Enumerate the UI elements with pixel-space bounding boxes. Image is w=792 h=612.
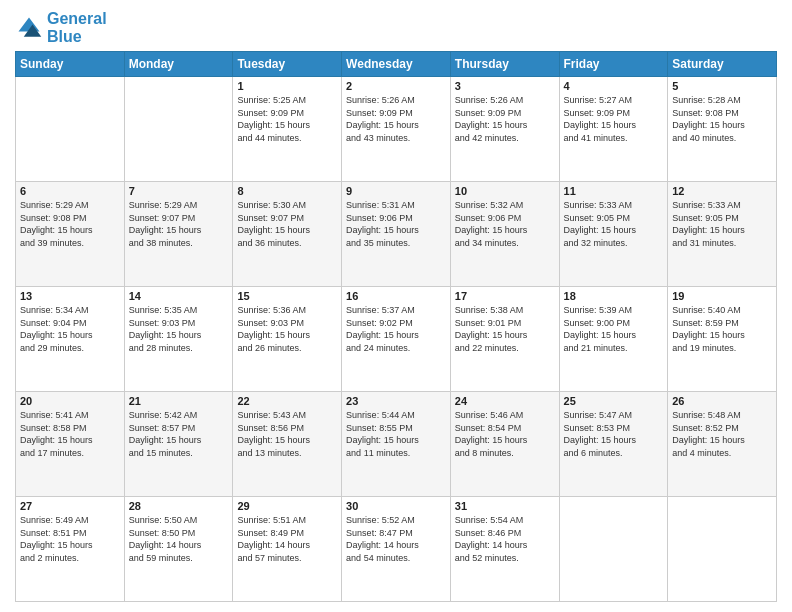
calendar-cell: 10Sunrise: 5:32 AM Sunset: 9:06 PM Dayli… [450, 182, 559, 287]
cell-details: Sunrise: 5:37 AM Sunset: 9:02 PM Dayligh… [346, 304, 446, 354]
week-row-2: 6Sunrise: 5:29 AM Sunset: 9:08 PM Daylig… [16, 182, 777, 287]
weekday-thursday: Thursday [450, 52, 559, 77]
calendar-cell: 18Sunrise: 5:39 AM Sunset: 9:00 PM Dayli… [559, 287, 668, 392]
calendar-cell: 31Sunrise: 5:54 AM Sunset: 8:46 PM Dayli… [450, 497, 559, 602]
day-number: 19 [672, 290, 772, 302]
weekday-wednesday: Wednesday [342, 52, 451, 77]
day-number: 3 [455, 80, 555, 92]
weekday-saturday: Saturday [668, 52, 777, 77]
weekday-tuesday: Tuesday [233, 52, 342, 77]
day-number: 4 [564, 80, 664, 92]
calendar-cell: 5Sunrise: 5:28 AM Sunset: 9:08 PM Daylig… [668, 77, 777, 182]
calendar-cell: 16Sunrise: 5:37 AM Sunset: 9:02 PM Dayli… [342, 287, 451, 392]
day-number: 25 [564, 395, 664, 407]
cell-details: Sunrise: 5:54 AM Sunset: 8:46 PM Dayligh… [455, 514, 555, 564]
cell-details: Sunrise: 5:48 AM Sunset: 8:52 PM Dayligh… [672, 409, 772, 459]
calendar-cell: 17Sunrise: 5:38 AM Sunset: 9:01 PM Dayli… [450, 287, 559, 392]
calendar-cell: 7Sunrise: 5:29 AM Sunset: 9:07 PM Daylig… [124, 182, 233, 287]
cell-details: Sunrise: 5:28 AM Sunset: 9:08 PM Dayligh… [672, 94, 772, 144]
calendar-cell: 15Sunrise: 5:36 AM Sunset: 9:03 PM Dayli… [233, 287, 342, 392]
cell-details: Sunrise: 5:33 AM Sunset: 9:05 PM Dayligh… [564, 199, 664, 249]
day-number: 29 [237, 500, 337, 512]
cell-details: Sunrise: 5:26 AM Sunset: 9:09 PM Dayligh… [346, 94, 446, 144]
day-number: 16 [346, 290, 446, 302]
day-number: 12 [672, 185, 772, 197]
cell-details: Sunrise: 5:34 AM Sunset: 9:04 PM Dayligh… [20, 304, 120, 354]
cell-details: Sunrise: 5:49 AM Sunset: 8:51 PM Dayligh… [20, 514, 120, 564]
day-number: 26 [672, 395, 772, 407]
calendar-cell: 12Sunrise: 5:33 AM Sunset: 9:05 PM Dayli… [668, 182, 777, 287]
calendar-cell [668, 497, 777, 602]
week-row-4: 20Sunrise: 5:41 AM Sunset: 8:58 PM Dayli… [16, 392, 777, 497]
calendar-cell [16, 77, 125, 182]
day-number: 10 [455, 185, 555, 197]
cell-details: Sunrise: 5:40 AM Sunset: 8:59 PM Dayligh… [672, 304, 772, 354]
cell-details: Sunrise: 5:35 AM Sunset: 9:03 PM Dayligh… [129, 304, 229, 354]
cell-details: Sunrise: 5:36 AM Sunset: 9:03 PM Dayligh… [237, 304, 337, 354]
day-number: 11 [564, 185, 664, 197]
cell-details: Sunrise: 5:29 AM Sunset: 9:08 PM Dayligh… [20, 199, 120, 249]
calendar-cell: 26Sunrise: 5:48 AM Sunset: 8:52 PM Dayli… [668, 392, 777, 497]
week-row-1: 1Sunrise: 5:25 AM Sunset: 9:09 PM Daylig… [16, 77, 777, 182]
day-number: 20 [20, 395, 120, 407]
calendar-cell [559, 497, 668, 602]
calendar-cell: 23Sunrise: 5:44 AM Sunset: 8:55 PM Dayli… [342, 392, 451, 497]
logo-text: General Blue [47, 10, 107, 45]
calendar-cell: 19Sunrise: 5:40 AM Sunset: 8:59 PM Dayli… [668, 287, 777, 392]
cell-details: Sunrise: 5:32 AM Sunset: 9:06 PM Dayligh… [455, 199, 555, 249]
cell-details: Sunrise: 5:29 AM Sunset: 9:07 PM Dayligh… [129, 199, 229, 249]
calendar-cell: 8Sunrise: 5:30 AM Sunset: 9:07 PM Daylig… [233, 182, 342, 287]
cell-details: Sunrise: 5:43 AM Sunset: 8:56 PM Dayligh… [237, 409, 337, 459]
header: General Blue [15, 10, 777, 45]
calendar-cell: 13Sunrise: 5:34 AM Sunset: 9:04 PM Dayli… [16, 287, 125, 392]
calendar-cell: 9Sunrise: 5:31 AM Sunset: 9:06 PM Daylig… [342, 182, 451, 287]
calendar-cell: 24Sunrise: 5:46 AM Sunset: 8:54 PM Dayli… [450, 392, 559, 497]
cell-details: Sunrise: 5:41 AM Sunset: 8:58 PM Dayligh… [20, 409, 120, 459]
cell-details: Sunrise: 5:44 AM Sunset: 8:55 PM Dayligh… [346, 409, 446, 459]
cell-details: Sunrise: 5:51 AM Sunset: 8:49 PM Dayligh… [237, 514, 337, 564]
day-number: 24 [455, 395, 555, 407]
day-number: 2 [346, 80, 446, 92]
cell-details: Sunrise: 5:46 AM Sunset: 8:54 PM Dayligh… [455, 409, 555, 459]
cell-details: Sunrise: 5:31 AM Sunset: 9:06 PM Dayligh… [346, 199, 446, 249]
calendar-cell: 27Sunrise: 5:49 AM Sunset: 8:51 PM Dayli… [16, 497, 125, 602]
calendar-table: SundayMondayTuesdayWednesdayThursdayFrid… [15, 51, 777, 602]
day-number: 14 [129, 290, 229, 302]
cell-details: Sunrise: 5:25 AM Sunset: 9:09 PM Dayligh… [237, 94, 337, 144]
logo: General Blue [15, 10, 107, 45]
day-number: 21 [129, 395, 229, 407]
calendar-cell: 4Sunrise: 5:27 AM Sunset: 9:09 PM Daylig… [559, 77, 668, 182]
day-number: 1 [237, 80, 337, 92]
day-number: 30 [346, 500, 446, 512]
cell-details: Sunrise: 5:27 AM Sunset: 9:09 PM Dayligh… [564, 94, 664, 144]
day-number: 27 [20, 500, 120, 512]
logo-icon [15, 14, 43, 42]
cell-details: Sunrise: 5:52 AM Sunset: 8:47 PM Dayligh… [346, 514, 446, 564]
cell-details: Sunrise: 5:50 AM Sunset: 8:50 PM Dayligh… [129, 514, 229, 564]
week-row-3: 13Sunrise: 5:34 AM Sunset: 9:04 PM Dayli… [16, 287, 777, 392]
calendar-cell: 3Sunrise: 5:26 AM Sunset: 9:09 PM Daylig… [450, 77, 559, 182]
day-number: 5 [672, 80, 772, 92]
calendar-cell: 28Sunrise: 5:50 AM Sunset: 8:50 PM Dayli… [124, 497, 233, 602]
cell-details: Sunrise: 5:38 AM Sunset: 9:01 PM Dayligh… [455, 304, 555, 354]
day-number: 23 [346, 395, 446, 407]
day-number: 6 [20, 185, 120, 197]
weekday-monday: Monday [124, 52, 233, 77]
day-number: 7 [129, 185, 229, 197]
cell-details: Sunrise: 5:39 AM Sunset: 9:00 PM Dayligh… [564, 304, 664, 354]
calendar-cell: 1Sunrise: 5:25 AM Sunset: 9:09 PM Daylig… [233, 77, 342, 182]
calendar-cell [124, 77, 233, 182]
cell-details: Sunrise: 5:30 AM Sunset: 9:07 PM Dayligh… [237, 199, 337, 249]
day-number: 9 [346, 185, 446, 197]
cell-details: Sunrise: 5:26 AM Sunset: 9:09 PM Dayligh… [455, 94, 555, 144]
day-number: 18 [564, 290, 664, 302]
calendar-cell: 11Sunrise: 5:33 AM Sunset: 9:05 PM Dayli… [559, 182, 668, 287]
day-number: 8 [237, 185, 337, 197]
calendar-cell: 20Sunrise: 5:41 AM Sunset: 8:58 PM Dayli… [16, 392, 125, 497]
calendar-cell: 25Sunrise: 5:47 AM Sunset: 8:53 PM Dayli… [559, 392, 668, 497]
calendar-cell: 2Sunrise: 5:26 AM Sunset: 9:09 PM Daylig… [342, 77, 451, 182]
calendar-cell: 30Sunrise: 5:52 AM Sunset: 8:47 PM Dayli… [342, 497, 451, 602]
weekday-sunday: Sunday [16, 52, 125, 77]
day-number: 17 [455, 290, 555, 302]
day-number: 13 [20, 290, 120, 302]
